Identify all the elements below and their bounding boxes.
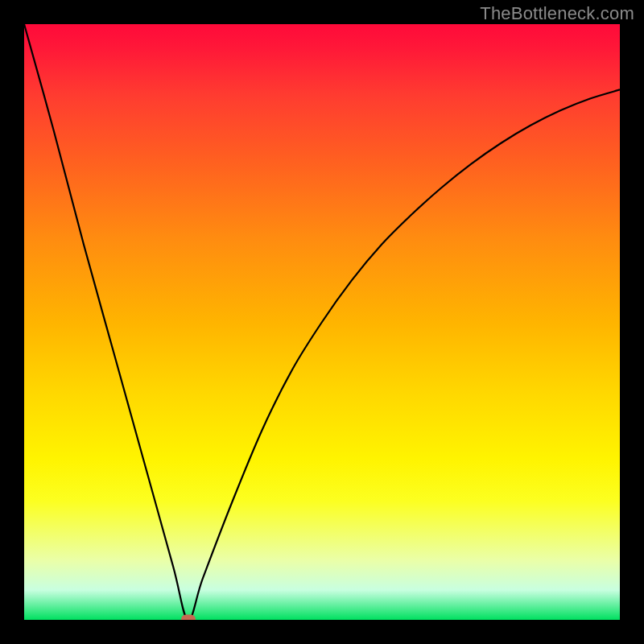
chart-frame: TheBottleneck.com <box>0 0 644 644</box>
optimal-point-marker <box>181 615 196 621</box>
bottleneck-curve <box>24 24 620 620</box>
watermark-text: TheBottleneck.com <box>480 3 634 24</box>
plot-area <box>24 24 620 620</box>
